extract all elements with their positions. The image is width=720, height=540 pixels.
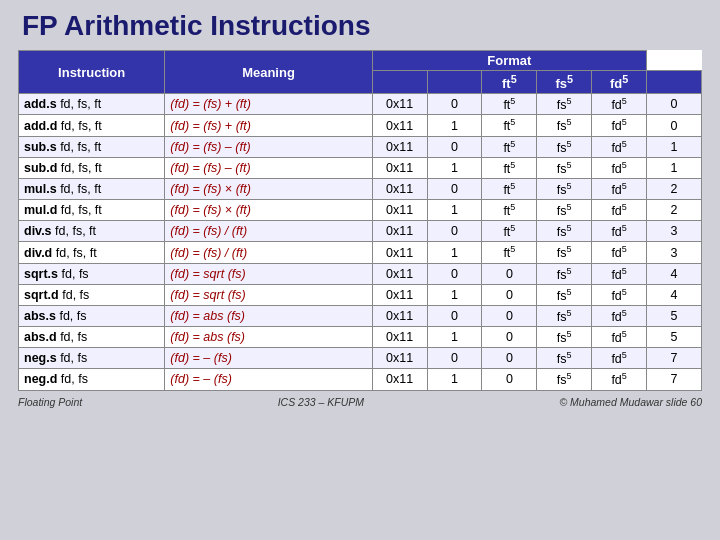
cell-fd: fd5 <box>592 157 647 178</box>
cell-last: 7 <box>647 369 702 390</box>
cell-instruction: div.s fd, fs, ft <box>19 221 165 242</box>
table-row: add.s fd, fs, ft(fd) = (fs) + (ft)0x110f… <box>19 94 702 115</box>
cell-fs: fs5 <box>537 348 592 369</box>
cell-fd: fd5 <box>592 94 647 115</box>
cell-instruction: sub.s fd, fs, ft <box>19 136 165 157</box>
page-title: FP Arithmetic Instructions <box>18 10 702 42</box>
cell-fd: fd5 <box>592 369 647 390</box>
header-hex <box>372 71 427 94</box>
page: FP Arithmetic Instructions Instruction M… <box>0 0 720 540</box>
cell-fs: fs5 <box>537 200 592 221</box>
cell-fs: fs5 <box>537 115 592 136</box>
cell-fd: fd5 <box>592 284 647 305</box>
cell-fd: fd5 <box>592 348 647 369</box>
cell-fd: fd5 <box>592 263 647 284</box>
cell-b1: 1 <box>427 284 482 305</box>
cell-ft: ft5 <box>482 221 537 242</box>
cell-ft: ft5 <box>482 178 537 199</box>
cell-meaning: (fd) = abs (fs) <box>165 305 372 326</box>
cell-last: 4 <box>647 263 702 284</box>
cell-meaning: (fd) = abs (fs) <box>165 327 372 348</box>
table-row: div.d fd, fs, ft(fd) = (fs) / (ft)0x111f… <box>19 242 702 263</box>
cell-meaning: (fd) = (fs) + (ft) <box>165 94 372 115</box>
table-row: mul.s fd, fs, ft(fd) = (fs) × (ft)0x110f… <box>19 178 702 199</box>
cell-b1: 0 <box>427 221 482 242</box>
cell-instruction: sqrt.d fd, fs <box>19 284 165 305</box>
cell-ft: 0 <box>482 369 537 390</box>
table-row: div.s fd, fs, ft(fd) = (fs) / (ft)0x110f… <box>19 221 702 242</box>
cell-fs: fs5 <box>537 94 592 115</box>
cell-fd: fd5 <box>592 115 647 136</box>
cell-fd: fd5 <box>592 178 647 199</box>
cell-hex: 0x11 <box>372 348 427 369</box>
table-row: sub.s fd, fs, ft(fd) = (fs) – (ft)0x110f… <box>19 136 702 157</box>
cell-b1: 0 <box>427 263 482 284</box>
cell-last: 2 <box>647 178 702 199</box>
cell-meaning: (fd) = (fs) / (ft) <box>165 221 372 242</box>
cell-instruction: sqrt.s fd, fs <box>19 263 165 284</box>
cell-b1: 0 <box>427 94 482 115</box>
table-row: sub.d fd, fs, ft(fd) = (fs) – (ft)0x111f… <box>19 157 702 178</box>
cell-hex: 0x11 <box>372 94 427 115</box>
cell-b1: 1 <box>427 327 482 348</box>
cell-instruction: add.s fd, fs, ft <box>19 94 165 115</box>
cell-ft: 0 <box>482 305 537 326</box>
cell-instruction: mul.s fd, fs, ft <box>19 178 165 199</box>
cell-instruction: div.d fd, fs, ft <box>19 242 165 263</box>
cell-hex: 0x11 <box>372 157 427 178</box>
cell-b1: 0 <box>427 348 482 369</box>
cell-last: 0 <box>647 115 702 136</box>
cell-instruction: neg.d fd, fs <box>19 369 165 390</box>
cell-fs: fs5 <box>537 263 592 284</box>
cell-ft: ft5 <box>482 94 537 115</box>
cell-fd: fd5 <box>592 221 647 242</box>
cell-b1: 1 <box>427 369 482 390</box>
table-row: neg.s fd, fs(fd) = – (fs)0x1100fs5fd57 <box>19 348 702 369</box>
cell-ft: 0 <box>482 263 537 284</box>
instruction-table: Instruction Meaning Format ft5 fs5 fd5 a… <box>18 50 702 391</box>
header-fs: fs5 <box>537 71 592 94</box>
cell-b1: 1 <box>427 157 482 178</box>
table-row: sqrt.s fd, fs(fd) = sqrt (fs)0x1100fs5fd… <box>19 263 702 284</box>
cell-fs: fs5 <box>537 305 592 326</box>
cell-last: 7 <box>647 348 702 369</box>
header-meaning: Meaning <box>165 51 372 94</box>
cell-hex: 0x11 <box>372 200 427 221</box>
cell-fs: fs5 <box>537 178 592 199</box>
cell-last: 0 <box>647 94 702 115</box>
cell-meaning: (fd) = – (fs) <box>165 369 372 390</box>
cell-last: 5 <box>647 327 702 348</box>
header-instruction: Instruction <box>19 51 165 94</box>
cell-fd: fd5 <box>592 327 647 348</box>
cell-ft: ft5 <box>482 115 537 136</box>
cell-fd: fd5 <box>592 200 647 221</box>
header-b1 <box>427 71 482 94</box>
cell-last: 5 <box>647 305 702 326</box>
cell-hex: 0x11 <box>372 284 427 305</box>
cell-meaning: (fd) = – (fs) <box>165 348 372 369</box>
footer-left: Floating Point <box>18 396 82 408</box>
cell-b1: 1 <box>427 200 482 221</box>
cell-meaning: (fd) = (fs) – (ft) <box>165 136 372 157</box>
cell-ft: ft5 <box>482 200 537 221</box>
cell-last: 3 <box>647 221 702 242</box>
cell-ft: ft5 <box>482 242 537 263</box>
cell-instruction: neg.s fd, fs <box>19 348 165 369</box>
cell-meaning: (fd) = (fs) – (ft) <box>165 157 372 178</box>
table-row: abs.d fd, fs(fd) = abs (fs)0x1110fs5fd55 <box>19 327 702 348</box>
header-ft: ft5 <box>482 71 537 94</box>
cell-ft: 0 <box>482 348 537 369</box>
cell-ft: 0 <box>482 327 537 348</box>
footer-right: © Muhamed Mudawar slide 60 <box>559 396 702 408</box>
cell-hex: 0x11 <box>372 369 427 390</box>
cell-fs: fs5 <box>537 242 592 263</box>
cell-meaning: (fd) = sqrt (fs) <box>165 284 372 305</box>
cell-meaning: (fd) = (fs) × (ft) <box>165 178 372 199</box>
cell-hex: 0x11 <box>372 263 427 284</box>
cell-fd: fd5 <box>592 136 647 157</box>
cell-b1: 0 <box>427 136 482 157</box>
cell-ft: ft5 <box>482 136 537 157</box>
header-last <box>647 71 702 94</box>
cell-ft: 0 <box>482 284 537 305</box>
header-format: Format <box>372 51 646 71</box>
